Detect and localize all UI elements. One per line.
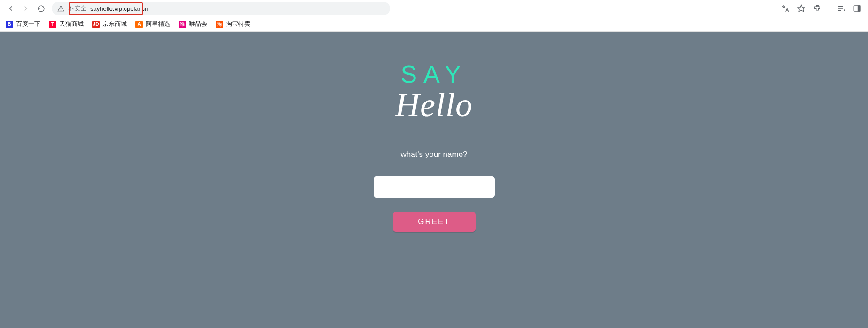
forward-button[interactable] — [22, 4, 30, 13]
url-text: sayhello.vip.cpolar.cn — [90, 5, 149, 12]
svg-point-3 — [817, 5, 818, 7]
extensions-icon[interactable] — [813, 4, 821, 13]
bookmark-favicon: T — [49, 21, 56, 28]
heading-hello: Hello — [395, 86, 473, 125]
heading-say: SAY — [400, 60, 467, 88]
reload-button[interactable] — [37, 4, 45, 13]
back-button[interactable] — [7, 4, 15, 13]
page-content: SAY Hello what's your name? GREET — [0, 32, 868, 328]
bookmark-label: 天猫商城 — [59, 20, 84, 28]
name-input[interactable] — [374, 176, 495, 198]
not-secure-icon — [57, 5, 64, 12]
bookmark-favicon: 淘 — [216, 21, 223, 28]
bookmark-star-icon[interactable] — [797, 4, 805, 13]
browser-chrome: 不安全 sayhello.vip.cpolar.cn B百度一下T天 — [0, 0, 868, 32]
bookmark-favicon: A — [135, 21, 143, 28]
toolbar-divider — [829, 4, 829, 13]
svg-rect-8 — [858, 6, 860, 11]
bookmark-label: 百度一下 — [16, 20, 40, 28]
bookmark-item-1[interactable]: T天猫商城 — [49, 20, 84, 28]
bookmark-label: 阿里精选 — [146, 20, 170, 28]
playlist-icon[interactable] — [837, 4, 845, 13]
greet-button[interactable]: GREET — [393, 212, 476, 232]
sidepanel-icon[interactable] — [853, 4, 861, 13]
bookmark-item-3[interactable]: A阿里精选 — [135, 20, 170, 28]
bookmark-favicon: 唯 — [179, 21, 186, 28]
bookmark-label: 淘宝特卖 — [226, 20, 250, 28]
bookmark-item-0[interactable]: B百度一下 — [6, 20, 40, 28]
bookmark-favicon: B — [6, 21, 13, 28]
bookmark-bar: B百度一下T天猫商城JD京东商城A阿里精选唯唯品会淘淘宝特卖 — [0, 17, 868, 32]
bookmark-item-5[interactable]: 淘淘宝特卖 — [216, 20, 250, 28]
bookmark-item-2[interactable]: JD京东商城 — [92, 20, 127, 28]
name-prompt: what's your name? — [400, 150, 467, 159]
translate-icon[interactable] — [781, 4, 790, 13]
toolbar-right-icons — [781, 4, 864, 13]
bookmark-favicon: JD — [92, 21, 100, 28]
nav-icon-group — [4, 4, 45, 13]
bookmark-label: 唯品会 — [189, 20, 207, 28]
security-label: 不安全 — [68, 4, 86, 13]
browser-toolbar: 不安全 sayhello.vip.cpolar.cn — [0, 0, 868, 17]
bookmark-label: 京东商城 — [102, 20, 127, 28]
svg-marker-2 — [798, 5, 805, 12]
bookmark-item-4[interactable]: 唯唯品会 — [179, 20, 207, 28]
svg-point-1 — [61, 10, 61, 10]
address-bar[interactable]: 不安全 sayhello.vip.cpolar.cn — [52, 2, 390, 15]
